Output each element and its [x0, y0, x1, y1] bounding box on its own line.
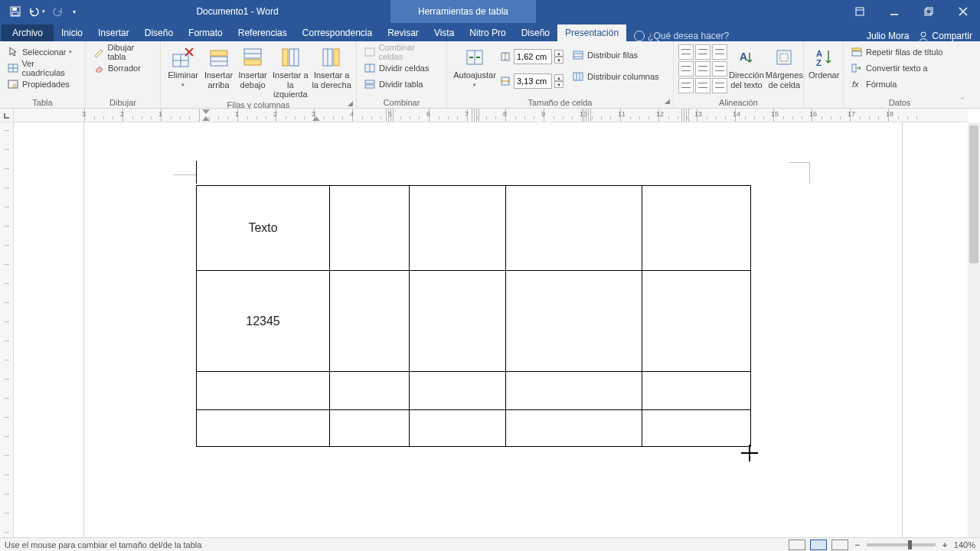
table-row[interactable]: [197, 410, 751, 447]
redo-button[interactable]: [48, 2, 68, 21]
table-cell[interactable]: [197, 372, 330, 410]
document-table[interactable]: Texto 12345: [196, 185, 751, 447]
eraser-button[interactable]: Borrador: [90, 60, 155, 76]
table-cell[interactable]: [642, 186, 751, 271]
document-page[interactable]: Texto 12345: [84, 122, 902, 537]
tab-references[interactable]: Referencias: [230, 24, 295, 41]
horizontal-ruler[interactable]: 321123456789101112131415161718: [14, 109, 968, 122]
table-cell[interactable]: [506, 271, 642, 372]
column-marker[interactable]: [386, 109, 394, 122]
repeat-header-rows-button[interactable]: Repetir filas de título: [848, 44, 945, 60]
table-cell[interactable]: [410, 271, 506, 372]
cell-size-dialog-launcher[interactable]: ◢: [662, 97, 671, 106]
merge-cells-button[interactable]: Combinar celdas: [361, 44, 442, 60]
table-cell[interactable]: [642, 271, 751, 372]
read-mode-view[interactable]: [789, 540, 805, 550]
formula-button[interactable]: fx Fórmula: [848, 77, 945, 92]
vertical-scrollbar[interactable]: [968, 122, 980, 537]
delete-button[interactable]: Eliminar▾: [165, 44, 201, 88]
table-properties-button[interactable]: Propiedades: [5, 77, 80, 92]
zoom-slider[interactable]: [867, 543, 936, 546]
tab-mailings[interactable]: Correspondencia: [295, 24, 380, 41]
share-button[interactable]: Compartir: [913, 31, 977, 41]
tab-format[interactable]: Formato: [181, 24, 230, 41]
table-cell[interactable]: [642, 410, 751, 447]
collapse-ribbon-button[interactable]: ˆ: [956, 41, 969, 108]
autofit-button[interactable]: Autoajustar▾: [452, 44, 498, 88]
tab-review[interactable]: Revisar: [380, 24, 426, 41]
zoom-slider-knob[interactable]: [908, 540, 912, 549]
row-height-box[interactable]: ▲▼: [499, 47, 564, 66]
table-cell[interactable]: [506, 372, 642, 410]
tell-me-search[interactable]: ¿Qué desea hacer?: [634, 31, 729, 41]
table-row[interactable]: [197, 372, 751, 410]
rows-cols-dialog-launcher[interactable]: ◢: [345, 99, 354, 109]
table-cell[interactable]: [410, 372, 506, 410]
insert-above-button[interactable]: Insertar arriba: [202, 44, 235, 90]
print-layout-view[interactable]: [810, 540, 827, 550]
table-cell[interactable]: [506, 410, 642, 447]
draw-table-button[interactable]: Dibujar tabla: [90, 44, 155, 60]
table-cell[interactable]: [197, 410, 330, 447]
zoom-out-button[interactable]: −: [853, 540, 862, 549]
ribbon-display-options[interactable]: [842, 0, 877, 23]
table-cell[interactable]: [330, 410, 410, 447]
zoom-percent[interactable]: 140%: [954, 540, 975, 549]
scrollbar-thumb[interactable]: [969, 126, 978, 263]
table-cell[interactable]: [330, 271, 410, 372]
vertical-ruler[interactable]: [0, 122, 14, 537]
insert-below-button[interactable]: Insertar debajo: [237, 44, 270, 90]
table-cell[interactable]: Texto: [197, 186, 330, 271]
table-cell[interactable]: [330, 372, 410, 410]
minimize-button[interactable]: [877, 0, 911, 23]
qat-customize[interactable]: ▾: [69, 8, 80, 15]
table-cell[interactable]: [410, 186, 506, 271]
user-name[interactable]: Julio Mora: [867, 31, 909, 41]
zoom-in-button[interactable]: +: [940, 540, 949, 549]
tab-insert[interactable]: Insertar: [90, 24, 137, 41]
first-line-indent[interactable]: [202, 109, 210, 114]
view-gridlines-button[interactable]: Ver cuadrículas: [5, 60, 80, 76]
convert-to-text-button[interactable]: Convertir texto a: [848, 60, 945, 76]
tab-stop-selector[interactable]: [0, 109, 14, 122]
split-cells-button[interactable]: Dividir celdas: [361, 60, 442, 76]
column-marker[interactable]: [472, 109, 479, 122]
split-table-button[interactable]: Dividir tabla: [361, 77, 442, 92]
undo-button[interactable]: ▾: [27, 2, 47, 21]
tab-nitro[interactable]: Nitro Pro: [462, 24, 513, 41]
text-direction-button[interactable]: A Dirección del texto: [729, 44, 764, 90]
column-marker[interactable]: [681, 109, 689, 122]
insert-left-button[interactable]: Insertar a la izquierda: [270, 44, 310, 99]
tab-home[interactable]: Inicio: [54, 24, 90, 41]
row-height-down[interactable]: ▼: [554, 57, 564, 64]
insert-right-button[interactable]: Insertar a la derecha: [312, 44, 351, 90]
save-button[interactable]: [5, 2, 25, 21]
right-indent[interactable]: [312, 116, 320, 121]
row-height-input[interactable]: [514, 49, 552, 64]
cell-margins-button[interactable]: Márgenes de celda: [766, 44, 803, 90]
tab-design[interactable]: Diseño: [137, 24, 181, 41]
select-button[interactable]: Seleccionar▾: [5, 44, 80, 60]
table-row[interactable]: 12345: [197, 271, 751, 372]
table-cell[interactable]: 12345: [197, 271, 330, 372]
tab-file[interactable]: Archivo: [2, 24, 54, 41]
restore-button[interactable]: [911, 0, 946, 23]
col-width-up[interactable]: ▲: [554, 74, 564, 81]
distribute-cols-button[interactable]: Distribuir columnas: [570, 69, 662, 84]
web-layout-view[interactable]: [831, 540, 848, 550]
sort-button[interactable]: AZ Ordenar: [808, 44, 839, 80]
tab-table-design[interactable]: Diseño: [514, 24, 557, 41]
table-cell[interactable]: [330, 186, 410, 271]
row-height-up[interactable]: ▲: [554, 50, 564, 57]
col-width-box[interactable]: ▲▼: [499, 72, 564, 90]
col-width-down[interactable]: ▼: [554, 81, 564, 88]
close-button[interactable]: [946, 0, 980, 23]
tab-view[interactable]: Vista: [426, 24, 462, 41]
table-cell[interactable]: [642, 372, 751, 410]
column-marker[interactable]: [583, 109, 591, 122]
hanging-indent[interactable]: [202, 116, 210, 121]
table-row[interactable]: Texto: [197, 186, 751, 271]
table-cell[interactable]: [410, 410, 506, 447]
distribute-rows-button[interactable]: Distribuir filas: [570, 47, 662, 63]
cell-alignment-grid[interactable]: [678, 44, 727, 93]
